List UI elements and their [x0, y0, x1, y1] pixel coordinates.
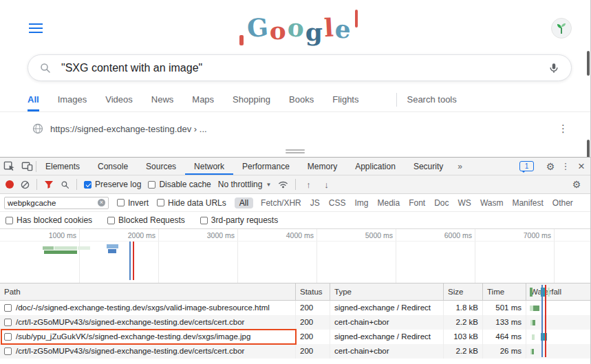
tab-maps[interactable]: Maps — [192, 87, 214, 111]
has-blocked-cookies-checkbox[interactable]: Has blocked cookies — [6, 215, 92, 225]
throttling-dropdown[interactable]: No throttling ▼ — [218, 180, 272, 189]
tab-videos[interactable]: Videos — [105, 87, 133, 111]
table-row[interactable]: /crt/l-zG5oMUPv43/s/signed-exchange-test… — [0, 315, 590, 330]
profile-avatar[interactable] — [551, 18, 572, 39]
column-header-size[interactable]: Size — [444, 283, 483, 300]
chip-css[interactable]: CSS — [327, 197, 347, 208]
google-doodle-logo[interactable]: G o o g l e — [239, 7, 358, 48]
search-tools-button[interactable]: Search tools — [407, 87, 456, 111]
checkbox-unchecked — [200, 217, 208, 224]
page-scrollbar-thumb[interactable] — [587, 51, 590, 76]
search-bar[interactable]: "SXG content with an image" — [28, 54, 572, 81]
toolbar-divider — [36, 179, 37, 190]
network-requests-table: Path Status Type Size Time Waterfall /do… — [0, 283, 590, 358]
checkbox-unchecked — [117, 199, 125, 206]
table-row[interactable]: /doc/-/s/signed-exchange-testing.dev/sxg… — [0, 301, 590, 315]
invert-checkbox[interactable]: Invert — [117, 198, 149, 208]
tab-memory[interactable]: Memory — [299, 158, 346, 175]
chip-other[interactable]: Other — [551, 197, 574, 208]
logo-letter: l — [323, 15, 334, 41]
checkbox-label: Blocked Requests — [118, 215, 185, 225]
tab-shopping[interactable]: Shopping — [233, 87, 270, 111]
tab-images[interactable]: Images — [58, 87, 87, 111]
waterfall-segment — [78, 246, 90, 250]
network-filter-input[interactable] — [8, 199, 98, 207]
request-checkbox[interactable] — [4, 304, 12, 312]
chip-manifest[interactable]: Manifest — [511, 197, 544, 208]
chip-wasm[interactable]: Wasm — [479, 197, 505, 208]
waterfall-segment — [129, 242, 131, 280]
record-network-log-button[interactable] — [6, 180, 14, 189]
search-query-text: "SXG content with an image" — [61, 62, 202, 74]
column-header-status[interactable]: Status — [296, 283, 330, 300]
tab-all[interactable]: All — [28, 87, 39, 111]
tab-flights[interactable]: Flights — [332, 87, 358, 111]
devtools-splitter-handle[interactable] — [0, 145, 590, 157]
tab-news[interactable]: News — [151, 87, 174, 111]
hide-data-urls-checkbox[interactable]: Hide data URLs — [157, 198, 226, 208]
request-checkbox[interactable] — [4, 333, 12, 341]
request-checkbox[interactable] — [4, 319, 12, 326]
preserve-log-checkbox[interactable]: Preserve log — [84, 180, 141, 189]
request-time: 133 ms — [483, 315, 526, 330]
toolbar-divider — [295, 179, 296, 190]
tab-performance[interactable]: Performance — [233, 158, 299, 175]
devtools-settings-icon[interactable]: ⚙ — [542, 161, 559, 172]
request-checkbox[interactable] — [4, 347, 12, 355]
tab-security[interactable]: Security — [405, 158, 452, 175]
column-header-type[interactable]: Type — [330, 283, 444, 300]
disable-cache-checkbox[interactable]: Disable cache — [148, 180, 211, 189]
gridline — [396, 229, 396, 283]
chip-font[interactable]: Font — [407, 197, 427, 208]
tab-sources[interactable]: Sources — [137, 158, 185, 175]
tab-elements[interactable]: Elements — [36, 158, 89, 175]
filter-icon[interactable] — [44, 180, 54, 189]
timeline-label: 1000 ms — [36, 231, 76, 239]
result-breadcrumb-url[interactable]: https://signed-exchange-testing.dev › ..… — [50, 124, 207, 134]
result-options-icon[interactable]: ⋮ — [558, 123, 568, 134]
request-path: /crt/l-zG5oMUPv43/s/signed-exchange-test… — [16, 344, 244, 358]
timeline-label: 4000 ms — [274, 231, 314, 239]
chip-fetch-xhr[interactable]: Fetch/XHR — [259, 197, 303, 208]
network-toolbar: Preserve log Disable cache No throttling… — [0, 175, 590, 194]
blocked-requests-checkbox[interactable]: Blocked Requests — [107, 215, 185, 225]
chip-img[interactable]: Img — [353, 197, 369, 208]
request-status: 200 — [296, 344, 330, 358]
chip-media[interactable]: Media — [376, 197, 401, 208]
inspect-element-icon[interactable] — [0, 158, 18, 175]
table-row[interactable]: /crt/l-zG5oMUPv43/s/signed-exchange-test… — [0, 344, 590, 358]
clear-network-log-icon[interactable] — [21, 180, 30, 189]
column-header-waterfall[interactable]: Waterfall — [526, 283, 590, 300]
column-header-path[interactable]: Path — [0, 283, 296, 300]
network-conditions-icon[interactable] — [278, 180, 288, 189]
devtools-close-icon[interactable]: × — [572, 160, 590, 172]
tab-network[interactable]: Network — [185, 158, 233, 175]
tab-books[interactable]: Books — [289, 87, 314, 111]
more-tabs-icon[interactable]: » — [452, 158, 468, 175]
clear-filter-icon[interactable]: × — [98, 199, 105, 206]
chip-all[interactable]: All — [235, 197, 253, 208]
search-network-icon[interactable] — [61, 180, 69, 189]
table-row-highlighted[interactable]: /sub/ypu_jZuGukVK/s/signed-exchange-test… — [0, 330, 590, 344]
import-har-icon[interactable]: ↑ — [303, 180, 314, 190]
chip-ws[interactable]: WS — [457, 197, 473, 208]
dom-content-loaded-line — [541, 285, 543, 357]
mic-icon[interactable] — [548, 61, 560, 75]
console-messages-badge[interactable]: 1 — [519, 161, 534, 171]
tab-console[interactable]: Console — [89, 158, 137, 175]
chip-doc[interactable]: Doc — [433, 197, 450, 208]
devtools-menu-icon[interactable]: ⋮ — [559, 161, 572, 171]
request-path: /doc/-/s/signed-exchange-testing.dev/sxg… — [16, 301, 270, 315]
column-header-time[interactable]: Time — [483, 283, 526, 300]
sprout-icon — [556, 22, 567, 34]
chip-js[interactable]: JS — [309, 197, 321, 208]
waterfall-segment — [533, 320, 535, 325]
search-icon — [39, 62, 52, 74]
network-settings-icon[interactable]: ⚙ — [568, 179, 585, 190]
device-toolbar-icon[interactable] — [18, 158, 36, 175]
menu-icon[interactable] — [29, 23, 43, 33]
tab-application[interactable]: Application — [346, 158, 405, 175]
network-overview-timeline[interactable]: 1000 ms 2000 ms 3000 ms 4000 ms 5000 ms … — [0, 229, 590, 283]
third-party-requests-checkbox[interactable]: 3rd-party requests — [200, 215, 278, 225]
export-har-icon[interactable]: ↓ — [321, 180, 332, 190]
